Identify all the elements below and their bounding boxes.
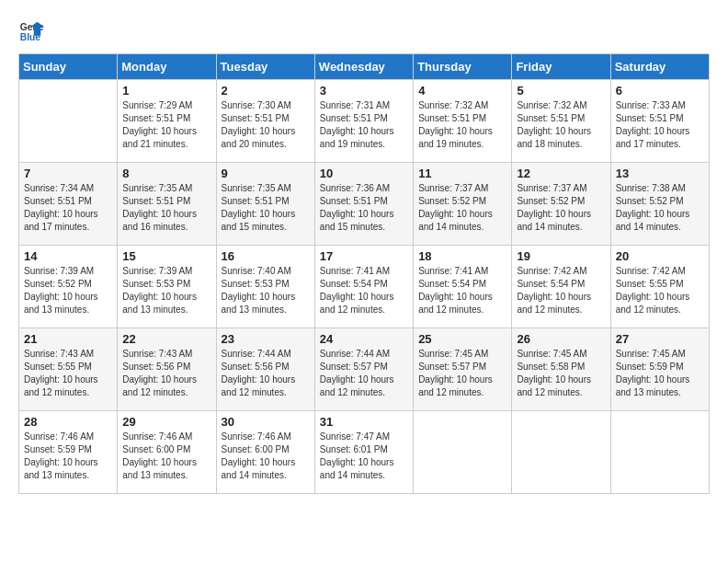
calendar-cell: 11Sunrise: 7:37 AMSunset: 5:52 PMDayligh… <box>414 163 512 246</box>
day-info: Sunrise: 7:44 AMSunset: 5:57 PMDaylight:… <box>320 348 408 399</box>
day-info: Sunrise: 7:38 AMSunset: 5:52 PMDaylight:… <box>616 182 704 234</box>
calendar-cell: 12Sunrise: 7:37 AMSunset: 5:52 PMDayligh… <box>512 163 610 246</box>
calendar-cell: 31Sunrise: 7:47 AMSunset: 6:01 PMDayligh… <box>314 411 413 494</box>
calendar-cell <box>512 411 610 494</box>
day-number: 21 <box>24 332 112 346</box>
calendar-week-3: 14Sunrise: 7:39 AMSunset: 5:52 PMDayligh… <box>19 246 710 328</box>
calendar-cell: 15Sunrise: 7:39 AMSunset: 5:53 PMDayligh… <box>118 246 216 328</box>
calendar-cell: 14Sunrise: 7:39 AMSunset: 5:52 PMDayligh… <box>19 246 118 328</box>
day-number: 4 <box>418 84 506 98</box>
calendar-week-2: 7Sunrise: 7:34 AMSunset: 5:51 PMDaylight… <box>19 163 710 246</box>
day-number: 26 <box>517 332 605 346</box>
day-info: Sunrise: 7:33 AMSunset: 5:51 PMDaylight:… <box>616 99 704 151</box>
day-number: 7 <box>24 167 112 180</box>
calendar-table: SundayMondayTuesdayWednesdayThursdayFrid… <box>18 53 710 494</box>
calendar-cell: 24Sunrise: 7:44 AMSunset: 5:57 PMDayligh… <box>314 328 413 411</box>
day-number: 19 <box>517 249 605 263</box>
logo: General Blue <box>18 18 44 44</box>
weekday-saturday: Saturday <box>610 54 709 80</box>
calendar-cell: 22Sunrise: 7:43 AMSunset: 5:56 PMDayligh… <box>118 328 216 411</box>
calendar-week-1: 1Sunrise: 7:29 AMSunset: 5:51 PMDaylight… <box>19 80 710 163</box>
calendar-cell: 23Sunrise: 7:44 AMSunset: 5:56 PMDayligh… <box>216 328 314 411</box>
day-number: 16 <box>222 249 310 263</box>
calendar-cell: 17Sunrise: 7:41 AMSunset: 5:54 PMDayligh… <box>314 246 413 328</box>
weekday-friday: Friday <box>512 54 610 80</box>
day-info: Sunrise: 7:44 AMSunset: 5:56 PMDaylight:… <box>222 348 310 399</box>
day-info: Sunrise: 7:46 AMSunset: 6:00 PMDaylight:… <box>122 431 210 482</box>
day-number: 29 <box>122 415 210 429</box>
day-number: 1 <box>122 84 210 98</box>
calendar-cell: 7Sunrise: 7:34 AMSunset: 5:51 PMDaylight… <box>19 163 118 246</box>
calendar-cell: 28Sunrise: 7:46 AMSunset: 5:59 PMDayligh… <box>19 411 118 494</box>
calendar-cell: 5Sunrise: 7:32 AMSunset: 5:51 PMDaylight… <box>512 80 610 163</box>
day-number: 28 <box>24 415 112 429</box>
day-number: 9 <box>222 167 310 180</box>
day-info: Sunrise: 7:31 AMSunset: 5:51 PMDaylight:… <box>320 99 408 151</box>
day-number: 27 <box>616 332 704 346</box>
calendar-cell: 10Sunrise: 7:36 AMSunset: 5:51 PMDayligh… <box>314 163 413 246</box>
day-number: 23 <box>222 332 310 346</box>
calendar-cell <box>19 80 118 163</box>
calendar-cell: 20Sunrise: 7:42 AMSunset: 5:55 PMDayligh… <box>610 246 709 328</box>
day-info: Sunrise: 7:45 AMSunset: 5:58 PMDaylight:… <box>517 348 605 399</box>
day-info: Sunrise: 7:47 AMSunset: 6:01 PMDaylight:… <box>320 431 408 482</box>
day-info: Sunrise: 7:39 AMSunset: 5:53 PMDaylight:… <box>122 265 210 316</box>
day-number: 2 <box>222 84 310 98</box>
calendar-cell: 25Sunrise: 7:45 AMSunset: 5:57 PMDayligh… <box>414 328 512 411</box>
weekday-header-row: SundayMondayTuesdayWednesdayThursdayFrid… <box>19 54 710 80</box>
day-info: Sunrise: 7:40 AMSunset: 5:53 PMDaylight:… <box>222 265 310 316</box>
day-info: Sunrise: 7:41 AMSunset: 5:54 PMDaylight:… <box>320 265 408 316</box>
calendar-cell: 18Sunrise: 7:41 AMSunset: 5:54 PMDayligh… <box>414 246 512 328</box>
day-number: 10 <box>320 167 408 180</box>
day-info: Sunrise: 7:35 AMSunset: 5:51 PMDaylight:… <box>222 182 310 234</box>
weekday-sunday: Sunday <box>19 54 118 80</box>
calendar-week-5: 28Sunrise: 7:46 AMSunset: 5:59 PMDayligh… <box>19 411 710 494</box>
calendar-cell: 19Sunrise: 7:42 AMSunset: 5:54 PMDayligh… <box>512 246 610 328</box>
day-info: Sunrise: 7:41 AMSunset: 5:54 PMDaylight:… <box>418 265 506 316</box>
day-number: 13 <box>616 167 704 180</box>
day-number: 17 <box>320 249 408 263</box>
calendar-cell: 2Sunrise: 7:30 AMSunset: 5:51 PMDaylight… <box>216 80 314 163</box>
calendar-cell: 9Sunrise: 7:35 AMSunset: 5:51 PMDaylight… <box>216 163 314 246</box>
weekday-monday: Monday <box>118 54 216 80</box>
day-number: 6 <box>616 84 704 98</box>
day-info: Sunrise: 7:37 AMSunset: 5:52 PMDaylight:… <box>418 182 506 234</box>
day-number: 8 <box>122 167 210 180</box>
calendar-cell <box>414 411 512 494</box>
day-info: Sunrise: 7:46 AMSunset: 5:59 PMDaylight:… <box>24 431 112 482</box>
weekday-wednesday: Wednesday <box>314 54 413 80</box>
day-number: 18 <box>418 249 506 263</box>
day-info: Sunrise: 7:45 AMSunset: 5:59 PMDaylight:… <box>616 348 704 399</box>
day-info: Sunrise: 7:39 AMSunset: 5:52 PMDaylight:… <box>24 265 112 316</box>
calendar-cell: 3Sunrise: 7:31 AMSunset: 5:51 PMDaylight… <box>314 80 413 163</box>
day-info: Sunrise: 7:32 AMSunset: 5:51 PMDaylight:… <box>418 99 506 151</box>
calendar-cell: 21Sunrise: 7:43 AMSunset: 5:55 PMDayligh… <box>19 328 118 411</box>
day-info: Sunrise: 7:43 AMSunset: 5:56 PMDaylight:… <box>122 348 210 399</box>
day-info: Sunrise: 7:34 AMSunset: 5:51 PMDaylight:… <box>24 182 112 234</box>
day-number: 30 <box>222 415 310 429</box>
day-info: Sunrise: 7:42 AMSunset: 5:55 PMDaylight:… <box>616 265 704 316</box>
day-info: Sunrise: 7:32 AMSunset: 5:51 PMDaylight:… <box>517 99 605 151</box>
day-number: 3 <box>320 84 408 98</box>
day-number: 22 <box>122 332 210 346</box>
calendar-cell: 16Sunrise: 7:40 AMSunset: 5:53 PMDayligh… <box>216 246 314 328</box>
day-info: Sunrise: 7:46 AMSunset: 6:00 PMDaylight:… <box>222 431 310 482</box>
day-info: Sunrise: 7:42 AMSunset: 5:54 PMDaylight:… <box>517 265 605 316</box>
calendar-cell: 4Sunrise: 7:32 AMSunset: 5:51 PMDaylight… <box>414 80 512 163</box>
calendar-cell <box>610 411 709 494</box>
day-number: 20 <box>616 249 704 263</box>
calendar-cell: 13Sunrise: 7:38 AMSunset: 5:52 PMDayligh… <box>610 163 709 246</box>
calendar-week-4: 21Sunrise: 7:43 AMSunset: 5:55 PMDayligh… <box>19 328 710 411</box>
weekday-tuesday: Tuesday <box>216 54 314 80</box>
weekday-thursday: Thursday <box>414 54 512 80</box>
day-info: Sunrise: 7:43 AMSunset: 5:55 PMDaylight:… <box>24 348 112 399</box>
calendar-cell: 29Sunrise: 7:46 AMSunset: 6:00 PMDayligh… <box>118 411 216 494</box>
day-number: 15 <box>122 249 210 263</box>
page-header: General Blue <box>18 18 710 44</box>
day-number: 24 <box>320 332 408 346</box>
day-info: Sunrise: 7:30 AMSunset: 5:51 PMDaylight:… <box>222 99 310 151</box>
calendar-cell: 6Sunrise: 7:33 AMSunset: 5:51 PMDaylight… <box>610 80 709 163</box>
day-info: Sunrise: 7:35 AMSunset: 5:51 PMDaylight:… <box>122 182 210 234</box>
calendar-cell: 26Sunrise: 7:45 AMSunset: 5:58 PMDayligh… <box>512 328 610 411</box>
day-number: 31 <box>320 415 408 429</box>
